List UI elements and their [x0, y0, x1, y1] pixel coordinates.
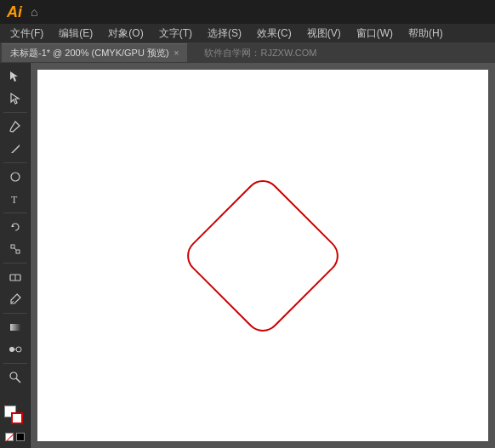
menu-text[interactable]: 文字(T) [152, 25, 199, 43]
menu-edit[interactable]: 编辑(E) [52, 25, 100, 43]
tool-separator-2 [3, 162, 27, 163]
svg-rect-7 [16, 250, 20, 253]
tab-close-button[interactable]: × [174, 48, 179, 58]
svg-point-13 [9, 347, 14, 352]
tab-bar: 未标题-1* @ 200% (CMYK/GPU 预览) × 软件自学网：RJZX… [0, 43, 495, 63]
main-area: T [0, 63, 495, 448]
menu-effect[interactable]: 效果(C) [250, 25, 299, 43]
diamond-svg [169, 162, 356, 349]
color-reset-area [5, 433, 25, 441]
tool-separator-1 [3, 112, 27, 113]
tab-watermark: 软件自学网：RJZXW.COM [204, 43, 316, 63]
menu-select[interactable]: 选择(S) [201, 25, 248, 43]
title-bar: Ai ⌂ [0, 0, 495, 24]
canvas-area [31, 63, 495, 448]
ellipse-tool[interactable] [5, 167, 26, 187]
home-icon[interactable]: ⌂ [31, 5, 37, 19]
pen-tool[interactable] [5, 116, 26, 137]
fill-stroke-indicators[interactable] [4, 405, 26, 428]
menu-view[interactable]: 视图(V) [300, 25, 348, 43]
tool-separator-4 [3, 263, 27, 264]
svg-rect-18 [181, 173, 344, 337]
menu-window[interactable]: 窗口(W) [350, 25, 400, 43]
ai-logo: Ai [7, 3, 22, 21]
eyedropper-tool[interactable] [5, 289, 26, 309]
title-icons: ⌂ [31, 5, 37, 19]
scale-tool[interactable] [5, 239, 26, 259]
blend-tool[interactable] [5, 339, 26, 360]
direct-selection-tool[interactable] [5, 88, 26, 109]
svg-line-2 [15, 122, 20, 126]
svg-line-17 [16, 378, 20, 383]
menu-help[interactable]: 帮助(H) [401, 25, 450, 43]
gradient-tool[interactable] [5, 317, 26, 337]
pencil-tool[interactable] [5, 139, 26, 159]
selection-tool[interactable] [5, 66, 26, 87]
menu-bar: 文件(F) 编辑(E) 对象(O) 文字(T) 选择(S) 效果(C) 视图(V… [0, 24, 495, 43]
rotate-tool[interactable] [5, 217, 26, 237]
tab-label: 未标题-1* @ 200% (CMYK/GPU 预览) [10, 47, 169, 60]
tool-separator-5 [3, 313, 27, 314]
svg-line-8 [14, 248, 16, 250]
fill-none-icon[interactable] [5, 433, 14, 441]
diamond-shape-container [169, 162, 356, 349]
svg-marker-1 [11, 94, 19, 104]
svg-point-14 [16, 347, 21, 352]
tool-separator-3 [3, 213, 27, 213]
menu-object[interactable]: 对象(O) [101, 25, 150, 43]
canvas-background [37, 70, 488, 441]
svg-point-16 [10, 372, 17, 379]
toolbar: T [0, 63, 31, 448]
tool-separator-6 [3, 363, 27, 364]
menu-file[interactable]: 文件(F) [3, 25, 50, 43]
svg-text:T: T [11, 194, 18, 206]
eraser-tool[interactable] [5, 267, 26, 287]
stroke-indicator[interactable] [11, 412, 23, 424]
svg-marker-0 [10, 71, 18, 82]
active-tab[interactable]: 未标题-1* @ 200% (CMYK/GPU 预览) × [2, 43, 187, 62]
svg-rect-6 [11, 245, 14, 248]
zoom-tool[interactable] [5, 367, 26, 388]
type-tool[interactable]: T [5, 189, 26, 209]
svg-point-3 [11, 173, 20, 181]
svg-rect-12 [10, 324, 20, 331]
stroke-color-icon[interactable] [16, 433, 25, 441]
